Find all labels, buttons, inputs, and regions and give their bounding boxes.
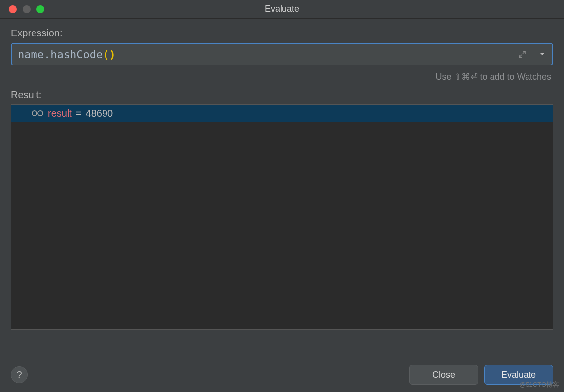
code-token-name: name xyxy=(18,48,44,61)
result-value: 48690 xyxy=(86,108,113,119)
result-section: Result: result = 48690 xyxy=(11,89,553,330)
result-variable-name: result xyxy=(48,108,72,119)
history-dropdown-button[interactable] xyxy=(532,44,552,65)
result-equals: = xyxy=(76,108,82,119)
window-controls xyxy=(0,5,44,13)
result-row[interactable]: result = 48690 xyxy=(11,105,553,122)
footer: ? Close Evaluate xyxy=(0,358,564,392)
result-label: Result: xyxy=(11,89,553,100)
svg-point-0 xyxy=(32,111,37,116)
titlebar: Evaluate xyxy=(0,0,564,19)
expand-icon[interactable] xyxy=(512,44,532,65)
svg-point-1 xyxy=(38,111,43,116)
watch-glasses-icon xyxy=(31,110,44,117)
expression-label: Expression: xyxy=(11,28,553,39)
hint-text: Use ⇧⌘⏎ to add to Watches xyxy=(11,71,553,82)
watermark: @51CTO博客 xyxy=(519,380,559,389)
close-window-icon[interactable] xyxy=(9,5,17,13)
help-button[interactable]: ? xyxy=(11,366,28,383)
code-token-paren-close: ) xyxy=(109,48,115,61)
close-button[interactable]: Close xyxy=(409,365,478,385)
window-title: Evaluate xyxy=(0,4,564,14)
minimize-window-icon[interactable] xyxy=(23,5,31,13)
code-token-method: hashCode xyxy=(50,48,103,61)
code-token-dot: . xyxy=(44,48,50,61)
content-area: Expression: name.hashCode() Use ⇧⌘⏎ to a… xyxy=(0,19,564,330)
code-token-paren-open: ( xyxy=(103,48,109,61)
expression-field-wrapper: name.hashCode() xyxy=(11,43,553,65)
maximize-window-icon[interactable] xyxy=(36,5,44,13)
expression-input[interactable]: name.hashCode() xyxy=(12,44,512,65)
result-panel: result = 48690 xyxy=(11,104,553,330)
